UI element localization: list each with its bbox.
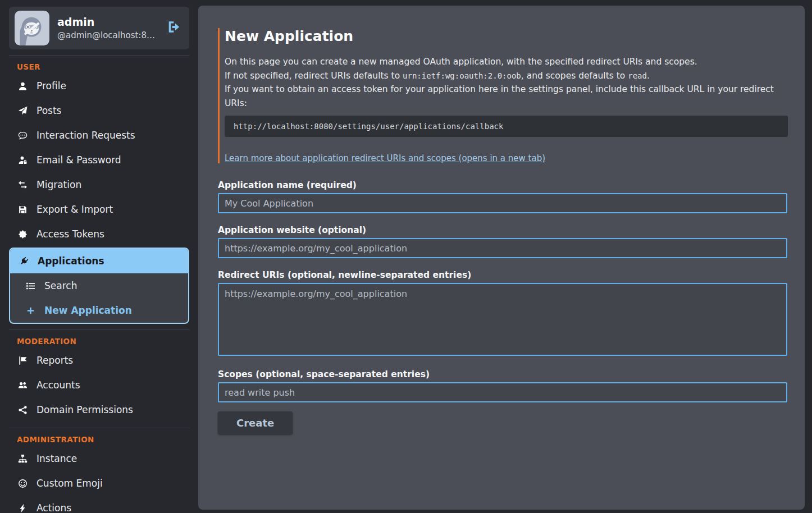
sign-out-icon[interactable] [167,20,181,36]
section-header-user: USER [17,62,189,71]
scopes-label: Scopes (optional, space-separated entrie… [218,369,788,379]
sidebar-item-migration[interactable]: Migration [9,172,189,197]
flag-icon [17,356,28,365]
create-button[interactable]: Create [218,411,293,434]
sidebar-item-label: Interaction Requests [37,130,135,141]
sidebar-item-label: Accounts [37,379,80,391]
plug-icon [18,256,29,266]
sidebar-item-domain-permissions[interactable]: Domain Permissions [9,397,189,422]
sidebar-item-profile[interactable]: Profile [9,74,189,98]
new-application-form: Application name (required) Application … [218,180,788,434]
divider [9,329,189,330]
sidebar-item-label: Migration [37,179,81,190]
sidebar-item-label: Custom Emoji [37,478,103,489]
application-name-field-group: Application name (required) [218,180,788,213]
learn-more-link[interactable]: Learn more about application redirect UR… [225,153,545,163]
sloth-avatar [15,11,49,45]
sidebar-item-label: Domain Permissions [37,404,133,415]
application-website-label: Application website (optional) [218,225,788,235]
list-icon [25,281,36,291]
sidebar: admin @admin@localhost:80... USER Profil… [9,7,189,513]
user-handle: @admin@localhost:80... [57,30,159,40]
sidebar-item-label: Email & Password [37,154,121,166]
inline-code-oob: urn:ietf:wg:oauth:2.0:oob [403,71,521,80]
sidebar-item-applications-new[interactable]: New Application [10,298,188,323]
share-nodes-icon [17,405,28,415]
users-icon [17,381,28,390]
application-name-label: Application name (required) [218,180,788,190]
sidebar-item-email-password[interactable]: Email & Password [9,148,189,172]
sidebar-item-label: Reports [37,355,73,366]
applications-group: Applications Search New Application [9,248,189,324]
sidebar-item-actions[interactable]: Actions [9,496,189,513]
callback-url-code-block: http://localhost:8080/settings/user/appl… [225,116,788,137]
exchange-arrows-icon [17,180,28,190]
redirect-uris-textarea[interactable] [218,283,787,356]
application-website-input[interactable] [218,238,787,258]
intro-line-3: If you want to obtain an access token fo… [225,83,788,110]
sidebar-item-export-import[interactable]: Export & Import [9,197,189,222]
comment-dots-icon [17,131,28,140]
smiley-icon [17,479,28,488]
sidebar-item-label: Search [44,280,77,291]
certificate-icon [17,230,28,239]
bolt-icon [17,503,28,513]
sidebar-item-label: Profile [37,80,66,91]
intro-line-2: If not specified, redirect URIs defaults… [225,69,788,83]
main-panel: New Application On this page you can cre… [198,6,805,510]
oauth-info-block: New Application On this page you can cre… [218,28,788,163]
sidebar-item-interaction-requests[interactable]: Interaction Requests [9,123,189,148]
user-names: admin @admin@localhost:80... [57,16,159,40]
scopes-field-group: Scopes (optional, space-separated entrie… [218,369,788,402]
divider [9,428,189,428]
sitemap-icon [17,454,28,464]
floppy-disk-icon [17,205,28,214]
sidebar-item-label: Applications [38,255,104,267]
sidebar-item-custom-emoji[interactable]: Custom Emoji [9,471,189,496]
section-header-moderation: MODERATION [17,337,189,346]
sidebar-item-label: Access Tokens [37,228,104,240]
sidebar-item-label: Instance [37,453,77,464]
sidebar-item-posts[interactable]: Posts [9,98,189,123]
plus-icon [25,306,36,315]
application-website-field-group: Application website (optional) [218,225,788,258]
settings-screen: admin @admin@localhost:80... USER Profil… [0,0,812,513]
inline-code-read: read [628,71,647,80]
sidebar-item-label: Posts [37,105,61,116]
sidebar-item-label: Actions [37,502,71,513]
sidebar-item-reports[interactable]: Reports [9,348,189,373]
paper-plane-icon [17,106,28,116]
sidebar-item-label: Export & Import [37,204,113,215]
sidebar-item-access-tokens[interactable]: Access Tokens [9,222,189,246]
section-header-administration: ADMINISTRATION [17,435,189,444]
sidebar-item-instance[interactable]: Instance [9,446,189,471]
user-lock-icon [17,155,28,165]
sidebar-item-applications-search[interactable]: Search [10,273,188,298]
redirect-uris-field-group: Redirect URIs (optional, newline-separat… [218,270,788,356]
sidebar-item-applications[interactable]: Applications [10,249,188,273]
sidebar-item-accounts[interactable]: Accounts [9,373,189,397]
scopes-input[interactable] [218,382,787,402]
user-card[interactable]: admin @admin@localhost:80... [9,7,189,49]
intro-line-1: On this page you can create a new manage… [225,55,788,69]
application-name-input[interactable] [218,193,787,213]
divider [9,55,189,56]
sidebar-item-label: New Application [44,305,132,316]
user-display-name: admin [57,16,159,28]
page-title: New Application [225,28,788,44]
redirect-uris-label: Redirect URIs (optional, newline-separat… [218,270,788,280]
user-icon [17,81,28,91]
